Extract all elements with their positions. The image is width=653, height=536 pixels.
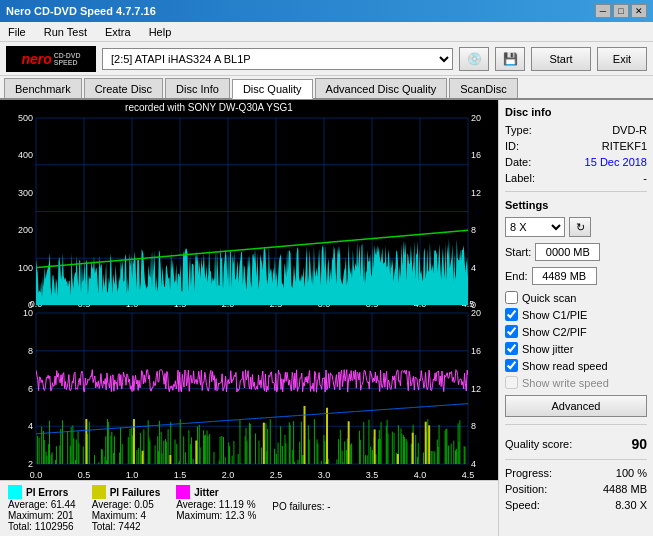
nero-logo: nero CD·DVDSPEED <box>6 46 96 72</box>
position-row: Position: 4488 MB <box>505 483 647 495</box>
exit-button[interactable]: Exit <box>597 47 647 71</box>
menu-run-test[interactable]: Run Test <box>40 25 91 39</box>
pi-failures-max: Maximum: 4 <box>92 510 161 521</box>
show-c2pif-checkbox[interactable] <box>505 325 518 338</box>
refresh-btn[interactable]: ↻ <box>569 217 591 237</box>
divider-3 <box>505 459 647 460</box>
show-jitter-label: Show jitter <box>522 343 573 355</box>
po-failures-label: PO failures: <box>272 501 324 512</box>
close-button[interactable]: ✕ <box>631 4 647 18</box>
toolbar: nero CD·DVDSPEED [2:5] ATAPI iHAS324 A B… <box>0 42 653 76</box>
po-failures-value: - <box>327 501 330 512</box>
menu-bar: File Run Test Extra Help <box>0 22 653 42</box>
show-jitter-row: Show jitter <box>505 342 647 355</box>
start-button[interactable]: Start <box>531 47 591 71</box>
disc-icon[interactable]: 💿 <box>459 47 489 71</box>
quality-score-label: Quality score: <box>505 438 572 450</box>
main-content: recorded with SONY DW-Q30A YSG1 PI Error… <box>0 100 653 536</box>
quick-scan-label: Quick scan <box>522 292 576 304</box>
show-read-speed-row: Show read speed <box>505 359 647 372</box>
start-row: Start: <box>505 243 647 261</box>
tab-bar: Benchmark Create Disc Disc Info Disc Qua… <box>0 76 653 100</box>
menu-file[interactable]: File <box>4 25 30 39</box>
pi-errors-color <box>8 485 22 499</box>
legend-pi-errors: PI Errors Average: 61.44 Maximum: 201 To… <box>8 485 76 532</box>
start-label: Start: <box>505 246 531 258</box>
disc-date-value: 15 Dec 2018 <box>585 156 647 168</box>
pi-failures-total: Total: 7442 <box>92 521 161 532</box>
jitter-color <box>176 485 190 499</box>
pi-failures-label: PI Failures <box>110 487 161 498</box>
menu-extra[interactable]: Extra <box>101 25 135 39</box>
pi-errors-avg: Average: 61.44 <box>8 499 76 510</box>
disc-type-label: Type: <box>505 124 532 136</box>
chart-panel: recorded with SONY DW-Q30A YSG1 PI Error… <box>0 100 498 536</box>
pi-failures-color <box>92 485 106 499</box>
progress-value: 100 % <box>616 467 647 479</box>
start-input[interactable] <box>535 243 600 261</box>
drive-select[interactable]: [2:5] ATAPI iHAS324 A BL1P <box>102 48 453 70</box>
show-write-speed-row: Show write speed <box>505 376 647 389</box>
show-read-speed-label: Show read speed <box>522 360 608 372</box>
save-icon[interactable]: 💾 <box>495 47 525 71</box>
jitter-label: Jitter <box>194 487 218 498</box>
disc-id-row: ID: RITEKF1 <box>505 140 647 152</box>
tab-advanced-disc-quality[interactable]: Advanced Disc Quality <box>315 78 448 98</box>
window-controls: ─ □ ✕ <box>595 4 647 18</box>
show-c1pie-row: Show C1/PIE <box>505 308 647 321</box>
menu-help[interactable]: Help <box>145 25 176 39</box>
disc-label-value: - <box>643 172 647 184</box>
tab-disc-quality[interactable]: Disc Quality <box>232 79 313 99</box>
show-c2pif-row: Show C2/PIF <box>505 325 647 338</box>
disc-date-label: Date: <box>505 156 531 168</box>
bottom-chart-canvas <box>0 309 498 480</box>
show-write-speed-checkbox[interactable] <box>505 376 518 389</box>
quality-score-row: Quality score: 90 <box>505 436 647 452</box>
end-row: End: <box>505 267 647 285</box>
quick-scan-checkbox[interactable] <box>505 291 518 304</box>
disc-type-value: DVD-R <box>612 124 647 136</box>
speed-display-row: Speed: 8.30 X <box>505 499 647 511</box>
tab-create-disc[interactable]: Create Disc <box>84 78 163 98</box>
tab-benchmark[interactable]: Benchmark <box>4 78 82 98</box>
disc-label-row: Label: - <box>505 172 647 184</box>
advanced-button[interactable]: Advanced <box>505 395 647 417</box>
show-c1pie-checkbox[interactable] <box>505 308 518 321</box>
maximize-button[interactable]: □ <box>613 4 629 18</box>
disc-label-label: Label: <box>505 172 535 184</box>
speed-display-label: Speed: <box>505 499 540 511</box>
legend-po-failures: PO failures: - <box>272 485 330 512</box>
pi-errors-total: Total: 1102956 <box>8 521 76 532</box>
end-input[interactable] <box>532 267 597 285</box>
quick-scan-row: Quick scan <box>505 291 647 304</box>
progress-row: Progress: 100 % <box>505 467 647 479</box>
divider-1 <box>505 191 647 192</box>
show-read-speed-checkbox[interactable] <box>505 359 518 372</box>
speed-select[interactable]: 8 X <box>505 217 565 237</box>
pi-errors-label: PI Errors <box>26 487 68 498</box>
tab-scandisc[interactable]: ScanDisc <box>449 78 517 98</box>
disc-type-row: Type: DVD-R <box>505 124 647 136</box>
jitter-max: Maximum: 12.3 % <box>176 510 256 521</box>
chart-title: recorded with SONY DW-Q30A YSG1 <box>0 102 418 113</box>
charts-container: recorded with SONY DW-Q30A YSG1 <box>0 100 498 480</box>
show-c1pie-label: Show C1/PIE <box>522 309 587 321</box>
jitter-avg: Average: 11.19 % <box>176 499 256 510</box>
disc-id-value: RITEKF1 <box>602 140 647 152</box>
position-label: Position: <box>505 483 547 495</box>
show-c2pif-label: Show C2/PIF <box>522 326 587 338</box>
right-panel: Disc info Type: DVD-R ID: RITEKF1 Date: … <box>498 100 653 536</box>
minimize-button[interactable]: ─ <box>595 4 611 18</box>
legend-area: PI Errors Average: 61.44 Maximum: 201 To… <box>0 480 498 536</box>
divider-2 <box>505 424 647 425</box>
speed-display-value: 8.30 X <box>615 499 647 511</box>
progress-label: Progress: <box>505 467 552 479</box>
show-jitter-checkbox[interactable] <box>505 342 518 355</box>
legend-pi-failures: PI Failures Average: 0.05 Maximum: 4 Tot… <box>92 485 161 532</box>
tab-disc-info[interactable]: Disc Info <box>165 78 230 98</box>
disc-date-row: Date: 15 Dec 2018 <box>505 156 647 168</box>
pi-errors-max: Maximum: 201 <box>8 510 76 521</box>
position-value: 4488 MB <box>603 483 647 495</box>
disc-id-label: ID: <box>505 140 519 152</box>
pi-failures-avg: Average: 0.05 <box>92 499 161 510</box>
